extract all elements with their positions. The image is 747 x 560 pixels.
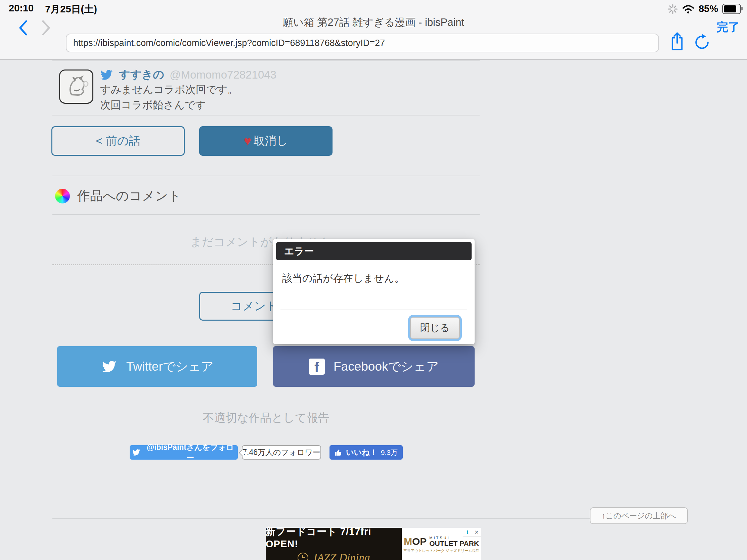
divider: [52, 115, 480, 115]
ad-logo-subtitle: 三井アウトレットパーク ジャズドリーム長島: [404, 548, 480, 553]
url-input[interactable]: [66, 33, 659, 52]
heart-icon: ♥: [244, 135, 252, 148]
avatar[interactable]: [59, 70, 93, 104]
facebook-share-label: Facebookでシェア: [334, 358, 439, 375]
comment-line: 次回コラボ飴さんです: [100, 97, 238, 113]
reload-button[interactable]: [694, 33, 710, 51]
dialog-divider: [280, 310, 467, 310]
reload-icon: [694, 33, 710, 51]
twitter-bird-icon: [101, 359, 118, 374]
browser-back-button[interactable]: [18, 20, 33, 36]
status-time: 20:10: [9, 3, 33, 16]
error-dialog: エラー 該当の話が存在しません。 閉じる: [273, 239, 474, 344]
facebook-like-button[interactable]: いいね！ 9.3万: [330, 445, 403, 460]
adchoices-info-icon[interactable]: i: [463, 528, 472, 537]
status-date: 7月25日(土): [45, 3, 97, 16]
share-button[interactable]: [670, 31, 685, 51]
comments-section-header: 作品へのコメント: [55, 187, 181, 205]
done-button[interactable]: 完了: [717, 20, 740, 35]
thumbs-up-icon: [335, 449, 342, 457]
browser-forward-button[interactable]: [40, 20, 55, 36]
chevron-left-icon: [18, 20, 30, 36]
page-title: 願い箱 第27話 雑すぎる漫画 - ibisPaint: [101, 16, 646, 30]
facebook-icon: f: [309, 358, 325, 375]
close-button-focus-ring: 閉じる: [408, 315, 462, 341]
status-bar-right: 85%: [668, 3, 741, 15]
comment-body: すみませんコラボ次回です。 次回コラボ飴さんです: [100, 82, 238, 113]
error-dialog-title: エラー: [276, 242, 471, 260]
status-bar-left: 20:10 7月25日(土): [9, 3, 97, 16]
comment-handle[interactable]: @Momomo72821043: [170, 69, 277, 81]
battery-percent: 85%: [699, 3, 718, 15]
like-label: いいね！: [346, 447, 378, 458]
divider: [52, 214, 480, 215]
divider: [52, 60, 480, 61]
clock-icon: [298, 553, 308, 560]
follower-count: 7.46万人のフォロワー: [242, 447, 320, 458]
twitter-follow-button[interactable]: @ibisPaintさんをフォロー: [130, 445, 238, 460]
ad-logo-panel: MOP MITSUI OUTLET PARK 三井アウトレットパーク ジャズドリ…: [402, 528, 481, 560]
report-link[interactable]: 不適切な作品として報告: [52, 410, 480, 426]
twitter-bird-icon: [99, 69, 113, 81]
ad-close-icon[interactable]: ✕: [472, 528, 481, 537]
twitter-bird-icon: [132, 449, 141, 456]
twitter-share-label: Twitterでシェア: [126, 358, 214, 375]
ad-logo-main: OUTLET PARK: [429, 540, 479, 547]
error-dialog-message: 該当の話が存在しません。: [282, 272, 471, 285]
follower-count-bubble[interactable]: 7.46万人のフォロワー: [242, 445, 321, 460]
dialog-close-button[interactable]: 閉じる: [410, 317, 460, 339]
avatar-sketch: [60, 71, 93, 103]
network-activity-spinner-icon: [668, 4, 678, 14]
follow-label: @ibisPaintさんをフォロー: [145, 442, 236, 463]
ad-brand: JAZZ Dining: [312, 552, 370, 560]
comment-author[interactable]: すすきの: [119, 67, 164, 82]
wifi-icon: [682, 4, 695, 14]
comment-line: すみませんコラボ次回です。: [100, 82, 238, 97]
divider: [52, 176, 480, 176]
ad-headline: 新フードコート 7/17fri OPEN!: [266, 525, 402, 550]
previous-story-button[interactable]: < 前の話: [51, 126, 185, 156]
twitter-share-button[interactable]: Twitterでシェア: [57, 346, 257, 387]
mitsui-outlet-park-monogram: MOP: [404, 536, 427, 547]
unlike-button[interactable]: ♥ 取消し: [199, 126, 333, 156]
like-count: 9.3万: [381, 448, 398, 457]
comments-section-title: 作品へのコメント: [77, 187, 181, 205]
back-to-top-button[interactable]: ↑このページの上部へ: [590, 507, 688, 524]
chevron-right-icon: [40, 20, 52, 36]
browser-chrome: 20:10 7月25日(土) 85%: [0, 0, 747, 60]
share-icon: [670, 31, 685, 51]
facebook-share-button[interactable]: f Facebookでシェア: [273, 346, 474, 387]
ipad-screen: 20:10 7月25日(土) 85%: [0, 0, 747, 560]
comment-header: すすきの @Momomo72821043: [99, 67, 277, 82]
unlike-label: 取消し: [253, 133, 288, 149]
ad-creative: 新フードコート 7/17fri OPEN! JAZZ Dining: [266, 528, 402, 560]
ad-banner[interactable]: 新フードコート 7/17fri OPEN! JAZZ Dining MOP MI…: [266, 528, 481, 560]
battery-icon: [722, 4, 741, 14]
color-wheel-icon: [55, 189, 70, 204]
